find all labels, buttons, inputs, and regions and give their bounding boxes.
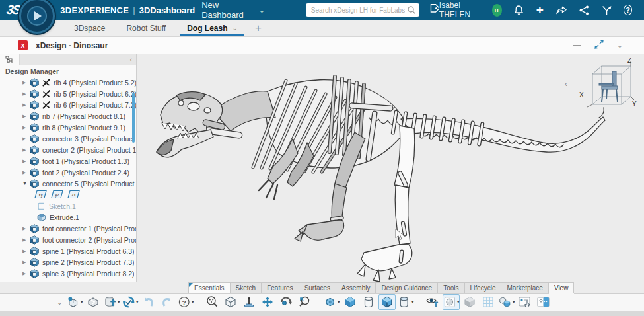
tree-item-spine2[interactable]: ▶ spine 2 (Physical Product 7.3) <box>0 257 136 268</box>
expand-caret-icon[interactable]: ▶ <box>22 125 30 130</box>
ribbon-tab-surfaces[interactable]: Surfaces <box>299 282 336 293</box>
tree-item-rib5[interactable]: ▶ rib 5 (Physical Product 6.2) <box>0 88 136 99</box>
tab-chevron-icon[interactable]: ⌄ <box>233 24 238 32</box>
tree-item-connector3[interactable]: ▶ connector 3 (Physical Product 1... <box>0 133 136 144</box>
tree-item-rib8[interactable]: ▶ rib 8 (Physical Product 9.1) <box>0 122 136 133</box>
new-3d-part-button[interactable]: ▾ <box>66 294 83 310</box>
expand-caret-icon[interactable]: ▶ <box>22 102 30 108</box>
ribbon-tab-lifecycle[interactable]: Lifecycle <box>465 282 502 293</box>
plane-zx-icon[interactable]: zx <box>67 190 80 200</box>
dropdown-icon[interactable]: ▾ <box>513 299 515 305</box>
tree-scrollbar[interactable] <box>132 93 135 143</box>
ribbon-tab-view[interactable]: View <box>549 282 575 293</box>
tree-item-rib4[interactable]: ▶ rib 4 (Physical Product 5.2) <box>0 77 136 88</box>
tree-item-rib7[interactable]: ▶ rib 7 (Physical Product 8.1) <box>0 110 136 122</box>
dashboard-name[interactable]: New Dashboard <box>201 0 256 20</box>
wireframe-cylinder-button[interactable] <box>360 294 377 310</box>
tree-item-extrude1[interactable]: Extrude.1 <box>0 212 136 223</box>
zoom-in-out-button[interactable] <box>296 294 313 310</box>
expand-caret-icon[interactable]: ▶ <box>22 226 30 231</box>
toolbar-collapse-icon[interactable]: ⌄ <box>57 299 62 306</box>
ribbon-tab-design-guidance[interactable]: Design Guidance <box>376 282 438 293</box>
tab-robot-stuff[interactable]: Robot Stuff <box>116 20 176 36</box>
normal-to-button[interactable] <box>240 294 258 310</box>
expand-caret-icon[interactable]: ▶ <box>22 114 30 119</box>
hide-show-button[interactable] <box>424 294 441 310</box>
ribbon-tab-essentials[interactable]: Essentials <box>188 282 231 293</box>
tree-item-rib6[interactable]: ▶ rib 6 (Physical Product 7.2) <box>0 99 136 110</box>
work-grid-button[interactable] <box>480 294 497 310</box>
search-input[interactable] <box>306 3 419 17</box>
user-avatar[interactable]: IT <box>492 4 502 17</box>
render-style-button[interactable]: ▾ <box>443 294 460 310</box>
display-modes-button[interactable]: ▾ <box>498 294 515 310</box>
share-forward-icon[interactable] <box>555 4 567 16</box>
expand-caret-icon[interactable]: ▶ <box>22 249 30 254</box>
ribbon-tab-features[interactable]: Features <box>262 282 299 293</box>
dropdown-icon[interactable]: ▾ <box>338 299 340 305</box>
ribbon-tab-tools[interactable]: Tools <box>438 282 464 293</box>
tab-dog-leash[interactable]: Dog Leash ⌄ <box>176 20 248 36</box>
split-view-button[interactable] <box>535 294 552 310</box>
shaded-edges-view-button[interactable] <box>378 294 396 310</box>
expand-caret-icon[interactable]: ▶ <box>22 136 30 141</box>
ribbon-tab-sketch[interactable]: Sketch <box>231 282 262 293</box>
tree-item-foot-connector2[interactable]: ▶ foot connector 2 (Physical Prod... <box>0 234 136 245</box>
add-content-icon[interactable]: + <box>536 4 545 16</box>
dropdown-icon[interactable]: ▾ <box>192 299 194 305</box>
save-data-button[interactable]: ▾ <box>103 294 120 310</box>
restore-icon[interactable] <box>594 40 604 52</box>
tree-item-connector5[interactable]: ▼ connector 5 (Physical Product 3.2) <box>0 178 136 189</box>
user-name[interactable]: Isabel THELEN <box>439 1 481 19</box>
dropdown-icon[interactable]: ▾ <box>457 299 460 305</box>
window-menu-chevron-icon[interactable]: ⌄ <box>617 41 623 50</box>
update-refresh-button[interactable]: ▾ <box>122 294 139 310</box>
share-network-icon[interactable] <box>579 4 590 16</box>
rotate-button[interactable] <box>277 294 295 310</box>
dropdown-icon[interactable]: ▾ <box>136 299 139 305</box>
touch-panel-button[interactable] <box>517 294 534 310</box>
shaded-view-button[interactable] <box>341 294 359 310</box>
expand-caret-icon[interactable]: ▶ <box>22 260 30 265</box>
zoom-area-button[interactable] <box>203 294 221 310</box>
notifications-bell-icon[interactable] <box>513 4 524 16</box>
plane-xy-icon[interactable]: xy <box>34 190 47 200</box>
expand-caret-icon[interactable]: ▶ <box>22 271 30 276</box>
ambient-cube-button[interactable] <box>461 294 478 310</box>
expand-caret-icon[interactable]: ▶ <box>22 237 30 243</box>
panel-collapse-icon[interactable]: ‹ <box>130 56 132 63</box>
help-icon[interactable]: ? <box>624 5 632 15</box>
dropdown-icon[interactable]: ▾ <box>81 299 83 305</box>
dropdown-icon[interactable]: ▾ <box>118 299 120 305</box>
tree-item-sketch1[interactable]: Sketch.1 <box>0 200 136 212</box>
expand-caret-icon[interactable]: ▶ <box>22 159 30 164</box>
view-axes-button[interactable]: ▾ <box>323 294 340 310</box>
tree-view-tab[interactable] <box>0 54 20 65</box>
dashboard-chevron-icon[interactable]: ⌄ <box>259 6 265 15</box>
iso-view-button[interactable] <box>222 294 239 310</box>
tree-item-foot-connector1[interactable]: ▶ foot connector 1 (Physical Prod... <box>0 223 136 234</box>
redo-button[interactable] <box>159 294 176 310</box>
ribbon-tab-marketplace[interactable]: Marketplace <box>501 282 548 293</box>
plane-yz-icon[interactable]: yz <box>51 190 63 200</box>
convert-part-button[interactable] <box>85 294 102 310</box>
collapse-caret-icon[interactable]: ▼ <box>22 181 30 186</box>
expand-caret-icon[interactable]: ▶ <box>22 147 30 153</box>
dropdown-icon[interactable]: ▾ <box>411 299 414 305</box>
tree-item-spine3[interactable]: ▶ spine 3 (Physical Product 8.2) <box>0 268 136 279</box>
expand-caret-icon[interactable]: ▶ <box>22 91 30 97</box>
tab-3dspace[interactable]: 3Dspace <box>63 20 116 36</box>
add-tab-button[interactable]: + <box>248 20 268 36</box>
ribbon-tab-assembly[interactable]: Assembly <box>336 282 376 293</box>
undo-button[interactable] <box>140 294 157 310</box>
pan-button[interactable] <box>259 294 276 310</box>
viewport-canvas[interactable]: ‹ <box>137 54 644 282</box>
tree-item-conector2[interactable]: ▶ conector 2 (Physical Product 11.1) <box>0 144 136 155</box>
expand-caret-icon[interactable]: ▶ <box>22 80 30 85</box>
view-cube[interactable]: Z X Y <box>565 59 639 115</box>
tree-item-foot1[interactable]: ▶ foot 1 (Physical Product 1.3) <box>0 155 136 167</box>
tree-item-foot2[interactable]: ▶ foot 2 (Physical Product 2.4) <box>0 167 136 178</box>
minimize-icon[interactable] <box>573 45 581 46</box>
tag-icon[interactable] <box>427 3 439 17</box>
section-cylinder-button[interactable]: ▾ <box>397 294 414 310</box>
